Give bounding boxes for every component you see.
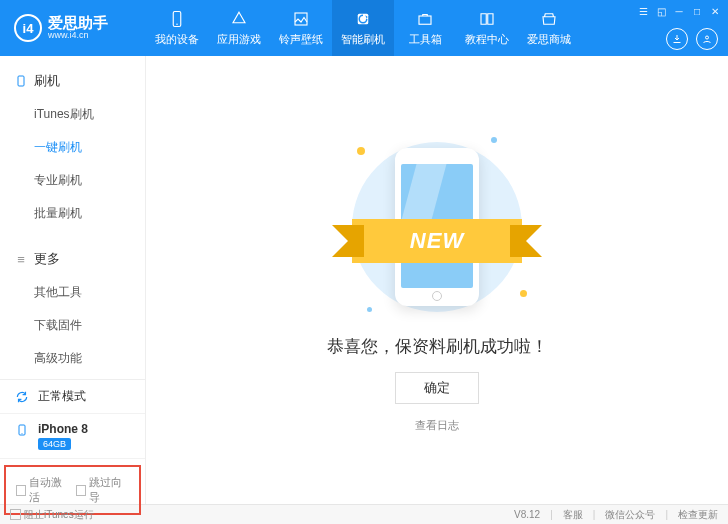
phone-icon [168, 10, 186, 28]
version-label: V8.12 [514, 509, 540, 520]
device-row[interactable]: iPhone 8 64GB [0, 414, 145, 459]
logo-area: i4 爱思助手 www.i4.cn [0, 14, 146, 42]
view-log-link[interactable]: 查看日志 [415, 418, 459, 433]
storage-badge: 64GB [38, 438, 71, 450]
ok-button[interactable]: 确定 [395, 372, 479, 404]
svg-point-1 [176, 23, 178, 25]
tab-apps[interactable]: 应用游戏 [208, 0, 270, 56]
new-ribbon: NEW [352, 219, 522, 263]
tab-flash[interactable]: 智能刷机 [332, 0, 394, 56]
sidebar: 刷机 iTunes刷机 一键刷机 专业刷机 批量刷机 ≡ 更多 其他工具 下载固… [0, 56, 146, 504]
wechat-link[interactable]: 微信公众号 [605, 508, 655, 522]
checkbox-icon [76, 485, 86, 496]
main-content: NEW 恭喜您，保资料刷机成功啦！ 确定 查看日志 [146, 56, 728, 504]
tab-tutorials[interactable]: 教程中心 [456, 0, 518, 56]
more-icon: ≡ [14, 252, 28, 267]
checkbox-icon [10, 509, 21, 520]
nav-header-more[interactable]: ≡ 更多 [0, 246, 145, 272]
nav-download-firmware[interactable]: 下载固件 [0, 309, 145, 342]
tab-store[interactable]: 爱思商城 [518, 0, 580, 56]
chk-auto-activate[interactable]: 自动激活 [16, 475, 70, 505]
close-icon[interactable]: ✕ [708, 4, 722, 18]
refresh-icon [14, 389, 30, 405]
mode-row[interactable]: 正常模式 [0, 380, 145, 414]
flash-icon [354, 10, 372, 28]
logo-icon: i4 [14, 14, 42, 42]
svg-rect-6 [18, 76, 24, 86]
nav-itunes-flash[interactable]: iTunes刷机 [0, 98, 145, 131]
update-link[interactable]: 检查更新 [678, 508, 718, 522]
toolbox-icon [416, 10, 434, 28]
tab-toolbox[interactable]: 工具箱 [394, 0, 456, 56]
nav-batch-flash[interactable]: 批量刷机 [0, 197, 145, 230]
success-illustration: NEW [317, 127, 557, 327]
app-site: www.i4.cn [48, 31, 108, 41]
user-icon[interactable] [696, 28, 718, 50]
device-icon [14, 74, 28, 88]
nav-other-tools[interactable]: 其他工具 [0, 276, 145, 309]
device-name: iPhone 8 [38, 422, 88, 436]
svg-point-8 [22, 433, 23, 434]
title-bar: i4 爱思助手 www.i4.cn 我的设备 应用游戏 铃声壁纸 智能刷机 工具… [0, 0, 728, 56]
menu-icon[interactable]: ☰ [636, 4, 650, 18]
tab-ringtones[interactable]: 铃声壁纸 [270, 0, 332, 56]
nav-header-flash[interactable]: 刷机 [0, 68, 145, 94]
chk-block-itunes[interactable]: 阻止iTunes运行 [10, 508, 94, 522]
store-icon [540, 10, 558, 28]
minimize-icon[interactable]: ─ [672, 4, 686, 18]
tab-my-device[interactable]: 我的设备 [146, 0, 208, 56]
nav-advanced[interactable]: 高级功能 [0, 342, 145, 375]
skin-icon[interactable]: ◱ [654, 4, 668, 18]
maximize-icon[interactable]: □ [690, 4, 704, 18]
checkbox-icon [16, 485, 26, 496]
top-tabs: 我的设备 应用游戏 铃声壁纸 智能刷机 工具箱 教程中心 爱思商城 [146, 0, 580, 56]
svg-point-5 [706, 36, 709, 39]
chk-skip-guide[interactable]: 跳过向导 [76, 475, 130, 505]
book-icon [478, 10, 496, 28]
success-message: 恭喜您，保资料刷机成功啦！ [327, 335, 548, 358]
nav-oneclick-flash[interactable]: 一键刷机 [0, 131, 145, 164]
app-name: 爱思助手 [48, 15, 108, 32]
nav-pro-flash[interactable]: 专业刷机 [0, 164, 145, 197]
phone-small-icon [14, 422, 30, 438]
svg-rect-4 [419, 16, 431, 24]
support-link[interactable]: 客服 [563, 508, 583, 522]
wallpaper-icon [292, 10, 310, 28]
download-icon[interactable] [666, 28, 688, 50]
apps-icon [230, 10, 248, 28]
